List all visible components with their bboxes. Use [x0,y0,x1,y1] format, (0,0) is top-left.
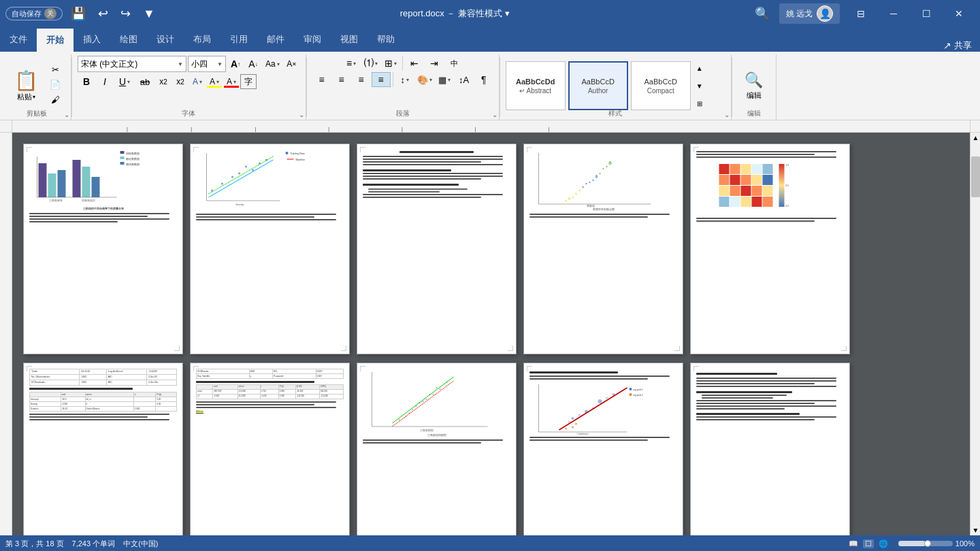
subscript-button[interactable]: x2 [155,74,172,89]
tab-design[interactable]: 设计 [147,27,184,52]
justify-button[interactable]: ≡ [372,72,391,87]
show-formatting-button[interactable]: ¶ [474,72,493,87]
tab-file[interactable]: 文件 [0,27,37,52]
tab-layout[interactable]: 布局 [184,27,220,52]
clear-format-button[interactable]: A✕ [284,56,300,71]
search-find-button[interactable]: 🔍 编辑 [738,65,770,106]
style-compact[interactable]: AaBbCcD Compact [631,61,691,110]
font-grow-button[interactable]: A↑ [227,56,244,71]
paste-button[interactable]: 📋 粘贴 ▾ [8,63,44,109]
scrollbar-vertical[interactable]: ▲ ▼ [970,133,980,535]
tab-references[interactable]: 引用 [220,27,257,52]
undo-button[interactable]: ↩ [94,5,112,22]
sort-button[interactable]: ↕A [455,72,474,87]
mode-dropdown[interactable]: ▾ [505,8,510,18]
customize-qat-button[interactable]: ▼ [139,5,159,22]
bar-chart: 训练集数据 验证集数据 测试集数据 [29,150,177,204]
document-page-9[interactable]: reg point 1 reg point 2 三角模型拟合 [523,363,683,535]
scroll-down-arrow[interactable]: ▼ [970,525,980,535]
scroll-track[interactable] [970,143,980,525]
tab-review[interactable]: 审阅 [294,27,331,52]
document-page-10[interactable] [690,363,850,535]
restore-button[interactable]: ☐ [911,3,942,24]
page-4-corner-tl [527,147,532,152]
styles-scroll-up[interactable]: ▲ [693,61,706,75]
font-size-selector[interactable]: 小四 ▼ [188,56,226,72]
scroll-thumb[interactable] [971,156,980,197]
tab-home[interactable]: 开始 [37,27,74,52]
increase-indent-button[interactable]: ⇥ [425,56,444,71]
multilevel-button[interactable]: ⊞▾ [381,56,400,71]
style-author[interactable]: AaBbCcD Author [568,61,628,110]
numbered-button[interactable]: ⑴▾ [361,56,380,71]
borders-button[interactable]: ▦▾ [435,72,454,87]
search-button[interactable]: 🔍 [751,5,774,22]
cut-button[interactable]: ✂ [45,63,65,76]
document-area[interactable]: 训练集数据 验证集数据 测试集数据 [12,133,970,535]
share-button[interactable]: ↗ 共享 [935,39,980,52]
scroll-up-arrow[interactable]: ▲ [970,133,980,143]
styles-expand-btn[interactable]: ⌄ [724,111,730,118]
align-right-button[interactable]: ≡ [352,72,371,87]
zoom-handle[interactable] [924,540,931,547]
svg-rect-4 [120,162,125,165]
tab-draw[interactable]: 绘图 [110,27,147,52]
document-page-8[interactable]: 三角形模型 三角形回归模型 [357,363,517,535]
web-layout-button[interactable]: 🌐 [877,539,890,548]
style-author-name: Author [588,87,608,95]
close-button[interactable]: ✕ [943,3,975,24]
text-effects-button[interactable]: A▾ [189,74,206,89]
document-page-4[interactable]: 测量值 密度样本的散点图 [523,144,683,354]
document-page-1[interactable]: 训练集数据 验证集数据 测试集数据 [23,144,183,354]
save-button[interactable]: 💾 [67,5,90,22]
copy-button[interactable]: 📄 [45,78,65,91]
decrease-indent-button[interactable]: ⇤ [405,56,424,71]
page-1-caption: 三阶段的不同合格率下的质量分布 [29,207,177,211]
shading-button[interactable]: 🎨▾ [415,72,434,87]
font-expand[interactable]: ⌄ [299,111,304,118]
change-case-button[interactable]: Aa▾ [263,56,282,71]
styles-scroll-down[interactable]: ▼ [693,79,706,93]
print-layout-button[interactable]: ☐ [863,539,874,548]
chinese-format-button[interactable]: 中 [444,56,463,71]
font-color-button[interactable]: A ▾ [223,74,240,89]
align-left-button[interactable]: ≡ [312,72,331,87]
document-page-2[interactable]: Training Data Baseline [190,144,350,354]
tab-mailings[interactable]: 邮件 [257,27,294,52]
styles-expand[interactable]: ⊞ [693,97,706,110]
autosave-toggle[interactable]: 关 [44,8,56,19]
user-area[interactable]: 姚 远戈 👤 [779,3,840,24]
format-painter-button[interactable]: 🖌 [45,93,65,106]
document-page-6[interactable]: Trials: 62.4116 Log-likelihood -114220 N… [23,363,183,535]
ribbon-collapse-button[interactable]: ⊟ [845,3,877,24]
bullets-button[interactable]: ≡▾ [342,56,361,71]
document-page-3[interactable] [357,144,517,354]
minimize-button[interactable]: ─ [878,3,909,24]
align-center-button[interactable]: ≡ [332,72,351,87]
strikethrough-button[interactable]: ab [135,74,154,89]
line-spacing-button[interactable]: ↕▾ [395,72,414,87]
italic-button[interactable]: I [96,74,114,89]
bold-button[interactable]: B [78,74,95,89]
document-page-5[interactable]: 1.0 0.5 0.0 [690,144,850,354]
font-family-selector[interactable]: 宋体 (中文正文) ▼ [78,56,186,72]
border-button[interactable]: 字 [240,74,257,89]
clipboard-expand[interactable]: ⌄ [64,111,69,118]
page-8-caption: 三角形回归模型 [363,433,510,437]
tab-help[interactable]: 帮助 [368,27,404,52]
svg-point-16 [286,152,289,154]
redo-button[interactable]: ↪ [116,5,135,22]
tab-view[interactable]: 视图 [331,27,368,52]
zoom-slider[interactable] [898,541,953,546]
font-shrink-button[interactable]: A↓ [245,56,261,71]
reading-view-button[interactable]: 📖 [847,539,860,548]
svg-rect-65 [752,186,762,196]
highlight-button[interactable]: A ▾ [206,74,223,89]
style-abstract[interactable]: AaBbCcDd ↵ Abstract [506,61,566,110]
underline-button[interactable]: U ▾ [114,74,135,89]
paragraph-expand[interactable]: ⌄ [492,111,497,118]
superscript-button[interactable]: x2 [172,74,189,89]
tab-insert[interactable]: 插入 [74,27,110,52]
autosave-badge[interactable]: 自动保存 关 [5,7,63,20]
document-page-7[interactable]: OLSResults: 4860 BIC: 54227 Dep. Variabl… [190,363,350,535]
